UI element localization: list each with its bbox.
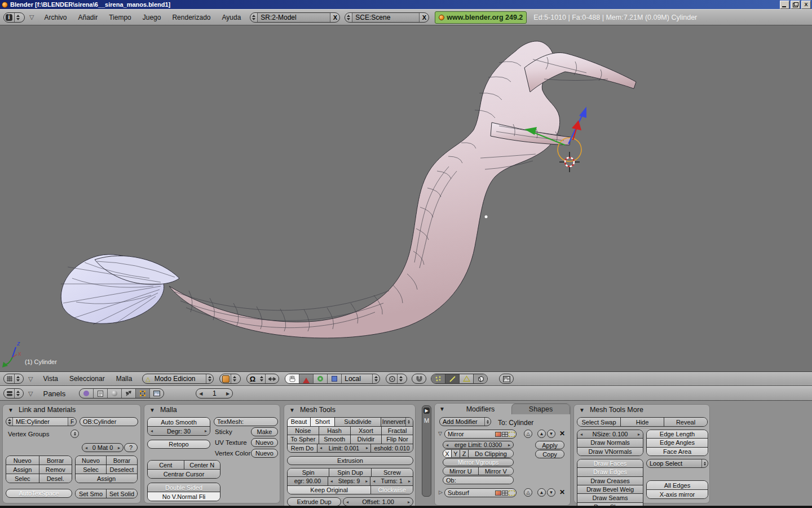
- frame-number[interactable]: 1: [213, 389, 217, 397]
- degrees-field[interactable]: egr: 90.00: [288, 477, 328, 485]
- scene-close-button[interactable]: X: [419, 13, 429, 22]
- tab-shapes[interactable]: Shapes: [511, 404, 570, 414]
- fractal-button[interactable]: Fractal: [381, 427, 413, 435]
- object-name-field[interactable]: OB:Cylinder: [80, 417, 138, 426]
- mirror-y-toggle[interactable]: Y: [451, 450, 460, 457]
- occlude-geometry-button[interactable]: [473, 374, 487, 383]
- subdivide-button[interactable]: Subdivide: [334, 418, 381, 426]
- spin-button[interactable]: Spin: [288, 468, 329, 476]
- vg-borrar-button[interactable]: Borrar: [39, 456, 72, 465]
- menu-juego[interactable]: Juego: [143, 14, 161, 21]
- subsurf-move-up-button[interactable]: ▲: [537, 488, 546, 497]
- edge-select-button[interactable]: [445, 374, 459, 383]
- centre-cursor-button[interactable]: Centrar Cursor: [148, 470, 220, 478]
- mirror-u-toggle[interactable]: Mirror U: [443, 467, 478, 475]
- proportional-stepper[interactable]: [397, 374, 404, 383]
- degr-field[interactable]: ◂Degr: 30▸: [148, 427, 210, 435]
- centre-button[interactable]: Cent: [148, 461, 184, 469]
- buttons-editor-type[interactable]: [3, 388, 24, 398]
- short-toggle[interactable]: Short: [310, 418, 334, 426]
- steps-field[interactable]: ◂Steps: 9▸: [328, 477, 370, 485]
- rotate-toggle[interactable]: [313, 374, 327, 383]
- screen-close-button[interactable]: X: [330, 13, 339, 22]
- scale-toggle[interactable]: [327, 374, 341, 383]
- mirror-vgroups-toggle[interactable]: Mirror Vgroups: [443, 458, 514, 466]
- mesh-browse-stepper[interactable]: [6, 418, 13, 426]
- merge-limit-field[interactable]: ◂erge Limit: 0.0300▸: [443, 441, 514, 449]
- subsurf-delete-button[interactable]: ✕: [559, 488, 565, 496]
- subsurf-realtime-icon[interactable]: [502, 491, 508, 496]
- double-sided-toggle[interactable]: Double Sided: [148, 483, 220, 492]
- screw-button[interactable]: Screw: [371, 468, 413, 476]
- menu-archivo[interactable]: Archivo: [44, 14, 67, 21]
- vertex-select-button[interactable]: [431, 374, 445, 383]
- frame-prev-icon[interactable]: ◀: [199, 391, 202, 396]
- menu-vista[interactable]: Vista: [43, 375, 58, 383]
- hide-button[interactable]: Hide: [620, 418, 664, 426]
- scene-context-button[interactable]: [149, 389, 164, 398]
- subsurf-name-field[interactable]: Subsurf: [444, 488, 517, 497]
- draw-bevel-weights-toggle[interactable]: Draw Bevel Weig: [577, 485, 643, 493]
- close-button[interactable]: X: [801, 1, 811, 9]
- mat-select-button[interactable]: Selec: [76, 465, 106, 474]
- orientation-stepper[interactable]: [372, 374, 379, 383]
- edge-angles-toggle[interactable]: Edge Angles: [647, 439, 708, 446]
- window-type-stepper[interactable]: [14, 13, 21, 22]
- mode-selector[interactable]: △ Modo Edicion: [142, 374, 213, 384]
- expand-panel-icon[interactable]: ▶: [423, 408, 430, 414]
- add-modifier-menu[interactable]: Add Modifier: [439, 417, 491, 426]
- panel-collapse-icon[interactable]: ▼: [8, 407, 14, 413]
- proportional-edit-selector[interactable]: [386, 374, 407, 384]
- restore-button[interactable]: [791, 1, 800, 9]
- draw-type-stepper[interactable]: [231, 374, 238, 383]
- spin-dup-button[interactable]: Spin Dup: [329, 468, 370, 476]
- draw-faces-toggle[interactable]: Draw Faces: [577, 459, 643, 467]
- vg-deselect-button[interactable]: Desel.: [39, 474, 72, 483]
- mirror-render-icon[interactable]: [495, 432, 501, 437]
- face-select-button[interactable]: [459, 374, 473, 383]
- set-smooth-button[interactable]: Set Smo: [76, 489, 106, 498]
- pivot-stepper[interactable]: [258, 374, 265, 383]
- mat-deselect-button[interactable]: Deselect: [106, 465, 137, 474]
- screen-name-field[interactable]: SR:2-Model: [258, 13, 330, 22]
- mirror-name-field[interactable]: Mirror: [444, 430, 517, 439]
- face-area-toggle[interactable]: Face Area: [647, 448, 708, 456]
- menu-ayuda[interactable]: Ayuda: [222, 14, 241, 21]
- offset-field[interactable]: ◂Offset: 1.00▸: [343, 497, 413, 506]
- rem-doubles-button[interactable]: Rem Do: [288, 444, 317, 453]
- draw-vnormals-toggle[interactable]: Draw VNormals: [577, 448, 643, 456]
- mirror-delete-button[interactable]: ✕: [559, 430, 565, 437]
- auto-smooth-toggle[interactable]: Auto Smooth: [148, 418, 210, 426]
- vertex-group-menu-button[interactable]: [70, 430, 79, 438]
- subsurf-apply-editcage-button[interactable]: △: [524, 488, 532, 497]
- mirror-ob-field[interactable]: Ob:: [443, 476, 514, 484]
- menu-malla[interactable]: Malla: [116, 375, 133, 383]
- panel-collapse-icon[interactable]: ▼: [149, 407, 155, 413]
- to-sphere-button[interactable]: To Spher: [288, 435, 319, 444]
- vp-collapse-icon[interactable]: ▽: [28, 375, 33, 383]
- retopo-toggle[interactable]: Retopo: [147, 440, 210, 449]
- beauty-toggle[interactable]: Beaut: [288, 418, 310, 426]
- smooth-button[interactable]: Smooth: [319, 435, 350, 444]
- x-axis-mirror-toggle[interactable]: X-axis mirror: [647, 490, 708, 498]
- mirror-editmode-icon[interactable]: [509, 432, 515, 437]
- editor-type-stepper[interactable]: [14, 374, 21, 383]
- innervert-menu[interactable]: Innervert: [381, 418, 413, 426]
- vg-remove-button[interactable]: Remov: [39, 465, 72, 474]
- noise-button[interactable]: Noise: [288, 427, 319, 435]
- flip-normals-button[interactable]: Flip Nor: [381, 435, 413, 444]
- orientation-label[interactable]: Local: [341, 374, 372, 383]
- subsurf-render-icon[interactable]: [495, 491, 501, 496]
- mirror-z-toggle[interactable]: Z: [460, 450, 468, 457]
- panel-collapse-icon[interactable]: ▼: [289, 407, 295, 413]
- mat-nuevo-button[interactable]: Nuevo: [76, 456, 106, 465]
- edge-length-toggle[interactable]: Edge Length: [647, 430, 708, 438]
- manipulator-move-icon[interactable]: [265, 374, 279, 383]
- fake-user-button[interactable]: F: [68, 418, 76, 426]
- snap-button[interactable]: [412, 374, 426, 384]
- limit-field[interactable]: ◂Limit: 0.001▸: [317, 444, 370, 453]
- sticky-make-button[interactable]: Make: [251, 427, 278, 436]
- frame-next-icon[interactable]: ▶: [226, 391, 230, 396]
- xsort-button[interactable]: Xsort: [350, 427, 382, 435]
- mode-stepper[interactable]: [206, 374, 213, 383]
